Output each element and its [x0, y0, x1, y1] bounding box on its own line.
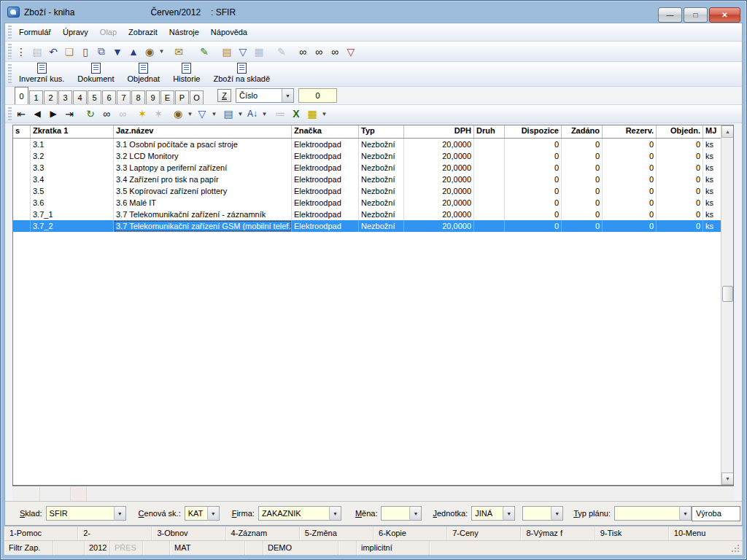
- minimize-button[interactable]: —: [658, 7, 682, 23]
- chevron-down-icon[interactable]: ▼: [207, 507, 219, 520]
- tab-9[interactable]: 9: [146, 90, 160, 104]
- tab-4[interactable]: 4: [73, 90, 87, 104]
- toolbar-grip[interactable]: [8, 44, 12, 59]
- tab-3[interactable]: 3: [58, 90, 72, 104]
- toolbar-grip[interactable]: [8, 64, 12, 84]
- column-header-jaz-n-zev[interactable]: Jaz.název: [114, 125, 292, 138]
- column-header-druh[interactable]: Druh: [474, 125, 505, 138]
- snapshot-icon-dropdown[interactable]: ▼: [186, 111, 194, 117]
- close-button[interactable]: ✕: [709, 7, 740, 23]
- table-row[interactable]: 3.7_13.7 Telekomunikační zařízení - zázn…: [13, 209, 733, 220]
- chevron-down-icon[interactable]: ▼: [679, 507, 691, 520]
- filter-combo-m-na[interactable]: ▼: [381, 506, 422, 521]
- function-key-4-z-znam[interactable]: 4-Záznam: [226, 526, 300, 540]
- function-key-1-pomoc[interactable]: 1-Pomoc: [4, 526, 78, 540]
- scroll-down-icon[interactable]: ▼: [721, 472, 734, 485]
- find-icon[interactable]: ∞: [99, 106, 114, 121]
- table-row[interactable]: 3.43.4 Zařízení pro tisk na papírElektro…: [13, 174, 733, 185]
- save-icon[interactable]: ▤: [30, 44, 44, 59]
- catalog-book-icon[interactable]: ▤: [220, 44, 234, 59]
- menu-item-n-stroje[interactable]: Nástroje: [163, 26, 205, 39]
- scroll-up-icon[interactable]: ▲: [721, 125, 734, 138]
- tab-1[interactable]: 1: [29, 90, 43, 104]
- menu-item-formul[interactable]: Formulář: [13, 26, 57, 39]
- find-next-icon[interactable]: ∞: [115, 106, 130, 121]
- menu-item-zobrazit[interactable]: Zobrazit: [123, 26, 163, 39]
- column-header-zna-ka[interactable]: Značka: [292, 125, 359, 138]
- open-folder-icon[interactable]: ❏: [62, 44, 77, 59]
- move-up-icon[interactable]: ▲: [126, 44, 141, 59]
- chevron-down-icon[interactable]: ▼: [409, 507, 421, 520]
- find-up-icon[interactable]: ∞: [328, 44, 342, 59]
- action-button-historie[interactable]: Historie: [167, 62, 206, 83]
- resize-grip[interactable]: [731, 544, 740, 553]
- find-icon[interactable]: ∞: [295, 44, 310, 59]
- edit-record-icon[interactable]: ✎: [274, 44, 289, 59]
- export-edit-icon[interactable]: ✎: [197, 44, 212, 59]
- last-record-icon[interactable]: ⇥: [62, 106, 77, 121]
- excel-export-icon[interactable]: X: [289, 106, 303, 121]
- function-key-3-obnov[interactable]: 3-Obnov: [152, 526, 225, 540]
- menu-item-olap[interactable]: Olap: [94, 26, 123, 39]
- restore-button[interactable]: □: [684, 7, 708, 23]
- tab-0[interactable]: 0: [15, 87, 28, 104]
- action-button-zbo-na-sklad[interactable]: Zboží na skladě: [207, 62, 276, 83]
- column-header-rezerv[interactable]: Rezerv.: [603, 125, 657, 138]
- filter-icon[interactable]: ▽: [195, 106, 209, 121]
- add-bookmark-icon[interactable]: ✶: [135, 106, 150, 121]
- function-key-5-zm-na[interactable]: 5-Změna: [300, 526, 374, 540]
- column-header-zkratka-1[interactable]: Zkratka 1: [31, 125, 114, 138]
- tab-e[interactable]: E: [160, 90, 174, 104]
- z-button[interactable]: Z: [217, 89, 231, 102]
- table-row[interactable]: 3.7_23.7 Telekomunikační zařízení GSM (m…: [13, 220, 733, 232]
- toolbar-grip[interactable]: [8, 107, 12, 120]
- form-settings-icon[interactable]: ▤: [221, 106, 236, 121]
- filter-records-icon[interactable]: ▽: [344, 44, 358, 59]
- function-key-2[interactable]: 2-: [78, 526, 152, 540]
- save-as-icon[interactable]: ▦: [252, 44, 266, 59]
- first-record-icon[interactable]: ⇤: [14, 106, 28, 121]
- column-header-dph[interactable]: DPH: [404, 125, 474, 138]
- tab-5[interactable]: 5: [88, 90, 101, 104]
- tab-p[interactable]: P: [175, 90, 189, 104]
- table-row[interactable]: 3.33.3 Laptopy a periferní zařízeníElekt…: [13, 162, 733, 174]
- column-header-objedn[interactable]: Objedn.: [657, 125, 703, 138]
- filter-combo-cenov-sk[interactable]: KAT▼: [185, 506, 220, 521]
- tab-8[interactable]: 8: [131, 90, 145, 104]
- function-key-10-menu[interactable]: 10-Menu: [669, 526, 743, 540]
- new-document-icon[interactable]: ▯: [78, 44, 93, 59]
- menu-item-pravy[interactable]: Úpravy: [57, 26, 94, 39]
- column-header-s[interactable]: s: [13, 125, 31, 138]
- chevron-down-icon[interactable]: ▼: [329, 507, 341, 520]
- sort-az-icon[interactable]: A↓: [245, 106, 260, 121]
- filter-combo-jednotka[interactable]: JINÁ▼: [471, 506, 515, 521]
- chevron-down-icon[interactable]: ▼: [503, 507, 514, 520]
- grid-settings-icon[interactable]: ▦: [305, 106, 320, 121]
- table-row[interactable]: 3.23.2 LCD MonitoryElektroodpadNezbožní2…: [13, 150, 733, 162]
- record-structure-icon[interactable]: ⋮: [14, 44, 28, 59]
- snapshot-icon[interactable]: ◉: [142, 44, 157, 59]
- menu-item-n-pov-da[interactable]: Nápověda: [205, 26, 253, 39]
- function-key-7-ceny[interactable]: 7-Ceny: [447, 526, 521, 540]
- scroll-thumb[interactable]: [722, 286, 733, 302]
- column-header-zad-no[interactable]: Zadáno: [562, 125, 603, 138]
- vertical-scrollbar[interactable]: ▲ ▼: [721, 125, 733, 485]
- tab-7[interactable]: 7: [117, 90, 131, 104]
- function-key-6-kopie[interactable]: 6-Kopie: [374, 526, 447, 540]
- undo-icon[interactable]: ↶: [46, 44, 61, 59]
- filter-combo-sklad[interactable]: SFIR▼: [46, 506, 126, 521]
- function-key-8-v-maz-f[interactable]: 8-Výmaz f: [521, 526, 595, 540]
- tab-o[interactable]: O: [190, 90, 204, 104]
- filter-combo-typ-pl-nu[interactable]: ▼: [614, 506, 692, 521]
- tab-6[interactable]: 6: [102, 90, 116, 104]
- move-down-icon[interactable]: ▼: [110, 44, 125, 59]
- remove-bookmark-icon[interactable]: ✶: [151, 106, 166, 121]
- action-button-inverzn-kus[interactable]: Inverzní kus.: [13, 62, 70, 83]
- copy-icon[interactable]: ⧉: [94, 44, 109, 59]
- action-button-dokument[interactable]: Dokument: [71, 62, 120, 83]
- number-field[interactable]: 0: [298, 88, 337, 103]
- column-header-typ[interactable]: Typ: [359, 125, 404, 138]
- table-row[interactable]: 3.53.5 Kopírovací zařízení plotteryElekt…: [13, 185, 733, 197]
- filter-icon-dropdown[interactable]: ▼: [210, 111, 218, 117]
- chevron-down-icon[interactable]: ▼: [551, 507, 562, 520]
